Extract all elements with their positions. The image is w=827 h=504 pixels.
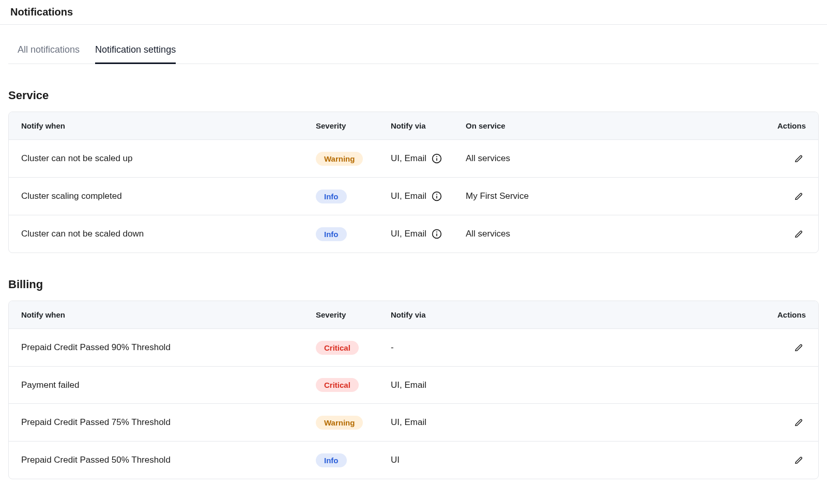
col-header-actions: Actions — [764, 310, 806, 319]
cell-via: UI — [391, 455, 764, 465]
table-row: Cluster can not be scaled downInfoUI, Em… — [9, 215, 818, 253]
severity-badge: Info — [316, 227, 347, 241]
table-header: Notify when Severity Notify via On servi… — [9, 112, 818, 140]
cell-on-service: All services — [466, 153, 764, 164]
tab-all-notifications[interactable]: All notifications — [18, 38, 80, 64]
cell-severity: Critical — [316, 378, 391, 392]
cell-via: UI, Email — [391, 229, 466, 239]
cell-via: UI, Email — [391, 153, 466, 164]
table-row: Cluster scaling completedInfoUI, EmailMy… — [9, 178, 818, 215]
severity-badge: Critical — [316, 341, 359, 355]
cell-when: Prepaid Credit Passed 90% Threshold — [21, 342, 316, 353]
top-divider — [0, 24, 827, 25]
cell-when: Cluster can not be scaled up — [21, 153, 316, 164]
tab-notification-settings[interactable]: Notification settings — [95, 38, 176, 64]
cell-when: Cluster scaling completed — [21, 191, 316, 201]
svg-point-8 — [436, 231, 437, 232]
section-title-billing: Billing — [8, 278, 819, 291]
service-table: Notify when Severity Notify via On servi… — [8, 112, 819, 253]
table-row: Payment failedCriticalUI, Email — [9, 367, 818, 404]
severity-badge: Info — [316, 190, 347, 203]
cell-severity: Info — [316, 453, 391, 467]
table-row: Cluster can not be scaled upWarningUI, E… — [9, 140, 818, 178]
via-text: UI, Email — [391, 191, 426, 201]
severity-badge: Warning — [316, 416, 363, 430]
col-header-when: Notify when — [21, 310, 316, 319]
cell-via: - — [391, 342, 764, 353]
info-icon[interactable] — [432, 229, 442, 239]
page-title: Notifications — [0, 0, 827, 24]
cell-actions — [764, 340, 806, 355]
via-text: UI, Email — [391, 229, 426, 239]
cell-severity: Critical — [316, 341, 391, 355]
cell-severity: Warning — [316, 152, 391, 166]
cell-actions — [764, 453, 806, 467]
svg-point-5 — [436, 194, 437, 195]
severity-badge: Warning — [316, 152, 363, 166]
edit-button[interactable] — [791, 453, 806, 467]
tabs: All notifications Notification settings — [8, 38, 819, 64]
cell-actions — [764, 189, 806, 203]
billing-table: Notify when Severity Notify via Actions … — [8, 301, 819, 479]
cell-severity: Warning — [316, 416, 391, 430]
edit-button[interactable] — [791, 151, 806, 166]
cell-when: Payment failed — [21, 380, 316, 390]
cell-severity: Info — [316, 190, 391, 203]
col-header-severity: Severity — [316, 121, 391, 130]
info-icon[interactable] — [432, 191, 442, 201]
col-header-on-service: On service — [466, 121, 764, 130]
cell-when: Prepaid Credit Passed 50% Threshold — [21, 455, 316, 465]
cell-when: Cluster can not be scaled down — [21, 229, 316, 239]
cell-when: Prepaid Credit Passed 75% Threshold — [21, 417, 316, 428]
via-text: UI, Email — [391, 153, 426, 164]
info-icon[interactable] — [432, 153, 442, 164]
col-header-via: Notify via — [391, 121, 466, 130]
table-row: Prepaid Credit Passed 75% ThresholdWarni… — [9, 404, 818, 442]
edit-button[interactable] — [791, 227, 806, 241]
edit-button[interactable] — [791, 189, 806, 203]
col-header-actions: Actions — [764, 121, 806, 130]
table-row: Prepaid Credit Passed 90% ThresholdCriti… — [9, 329, 818, 367]
cell-severity: Info — [316, 227, 391, 241]
edit-button[interactable] — [791, 340, 806, 355]
edit-button[interactable] — [791, 415, 806, 430]
cell-via: UI, Email — [391, 380, 764, 390]
cell-actions — [764, 151, 806, 166]
table-row: Prepaid Credit Passed 50% ThresholdInfoU… — [9, 442, 818, 479]
col-header-when: Notify when — [21, 121, 316, 130]
col-header-severity: Severity — [316, 310, 391, 319]
severity-badge: Critical — [316, 378, 359, 392]
cell-on-service: All services — [466, 229, 764, 239]
cell-actions — [764, 415, 806, 430]
table-header: Notify when Severity Notify via Actions — [9, 301, 818, 329]
section-title-service: Service — [8, 89, 819, 102]
col-header-via: Notify via — [391, 310, 764, 319]
severity-badge: Info — [316, 453, 347, 467]
cell-via: UI, Email — [391, 191, 466, 201]
cell-via: UI, Email — [391, 417, 764, 428]
cell-on-service: My First Service — [466, 191, 764, 201]
cell-actions — [764, 227, 806, 241]
svg-point-2 — [436, 156, 437, 157]
